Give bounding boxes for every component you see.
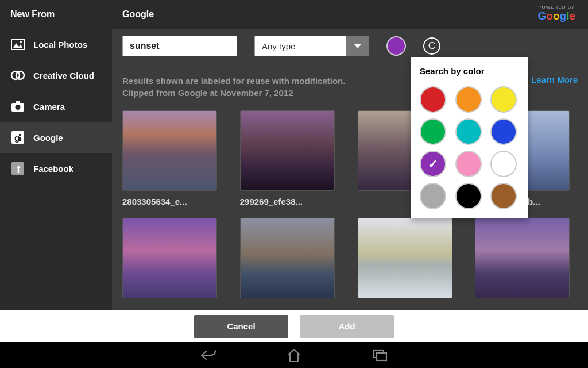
svg-rect-6 <box>16 101 20 103</box>
add-button[interactable]: Add <box>300 315 394 338</box>
color-popover: Search by color <box>411 57 528 218</box>
svg-rect-0 <box>11 39 24 49</box>
svg-point-2 <box>20 41 22 43</box>
thumbnail-image <box>122 110 217 191</box>
result-item[interactable] <box>122 218 225 298</box>
copyright-filter-button[interactable]: C <box>423 37 440 55</box>
color-option-orange[interactable] <box>455 86 482 113</box>
svg-marker-14 <box>354 44 361 48</box>
home-icon[interactable] <box>285 347 303 364</box>
type-select[interactable]: Any type <box>254 36 369 56</box>
color-option-blue[interactable] <box>490 118 517 145</box>
svg-text:f: f <box>17 164 21 175</box>
svg-point-7 <box>16 105 21 110</box>
android-navbar <box>0 342 588 368</box>
search-input[interactable] <box>122 36 237 56</box>
result-item[interactable] <box>358 218 461 298</box>
color-option-green[interactable] <box>420 118 446 145</box>
result-item[interactable]: 299269_efe38... <box>240 110 343 206</box>
learn-more-link[interactable]: Learn More <box>531 75 578 85</box>
image-icon <box>10 37 25 52</box>
app-header: New From Google POWERED BY Google <box>0 0 588 29</box>
source-sidebar: Local Photos Creative Cloud Camera g Goo… <box>0 29 112 319</box>
sidebar-item-creative-cloud[interactable]: Creative Cloud <box>0 60 112 91</box>
thumbnail-image <box>240 218 335 298</box>
result-item[interactable] <box>240 218 343 298</box>
sidebar-item-label: Local Photos <box>33 40 87 49</box>
color-filter-button[interactable] <box>386 36 406 56</box>
sidebar-item-label: Camera <box>33 102 65 112</box>
thumbnail-label: 2803305634_e... <box>122 197 217 206</box>
cancel-button[interactable]: Cancel <box>194 315 288 338</box>
action-bar: Cancel Add <box>0 310 588 342</box>
svg-rect-16 <box>377 353 386 361</box>
result-item[interactable] <box>475 218 578 298</box>
creative-cloud-icon <box>10 68 25 83</box>
powered-by-google: POWERED BY Google <box>538 5 575 22</box>
back-icon[interactable] <box>199 347 216 364</box>
google-logo-icon: Google <box>538 10 575 22</box>
color-option-yellow[interactable] <box>490 86 517 113</box>
thumbnail-image <box>358 218 452 298</box>
svg-marker-1 <box>13 43 22 48</box>
page-title: Google <box>112 1 588 28</box>
chevron-down-icon <box>346 36 369 56</box>
result-item[interactable]: 2803305634_e... <box>122 110 225 206</box>
thumbnail-image <box>240 110 335 191</box>
facebook-icon: f <box>10 161 25 176</box>
color-option-teal[interactable] <box>455 118 482 145</box>
sidebar-item-label: Creative Cloud <box>33 71 94 80</box>
new-from-label: New From <box>0 1 112 28</box>
sidebar-item-local-photos[interactable]: Local Photos <box>0 29 112 60</box>
sidebar-item-label: Google <box>33 133 63 143</box>
sidebar-item-google[interactable]: g Google <box>0 122 112 153</box>
type-select-label: Any type <box>254 36 346 56</box>
popover-title: Search by color <box>420 66 519 76</box>
thumbnail-image <box>122 218 217 298</box>
results-info: Results shown are labeled for reuse with… <box>122 75 345 99</box>
color-option-white[interactable] <box>490 151 517 177</box>
sidebar-item-camera[interactable]: Camera <box>0 91 112 122</box>
sidebar-item-facebook[interactable]: f Facebook <box>0 153 112 184</box>
color-option-brown[interactable] <box>490 183 517 209</box>
main-panel: Any type C Results shown are labeled for… <box>112 29 588 319</box>
svg-text:g: g <box>14 133 20 143</box>
color-option-gray[interactable] <box>420 183 446 209</box>
camera-icon <box>10 99 25 114</box>
thumbnail-image <box>475 218 570 298</box>
sidebar-item-label: Facebook <box>33 164 74 174</box>
thumbnail-label: 299269_efe38... <box>240 197 335 206</box>
color-option-purple[interactable] <box>420 151 446 177</box>
color-option-red[interactable] <box>420 86 446 113</box>
google-icon: g <box>10 130 25 145</box>
svg-rect-10 <box>19 134 21 136</box>
color-option-pink[interactable] <box>455 151 482 177</box>
recents-icon[interactable] <box>372 347 389 364</box>
svg-rect-11 <box>19 137 21 141</box>
color-option-black[interactable] <box>455 183 482 209</box>
